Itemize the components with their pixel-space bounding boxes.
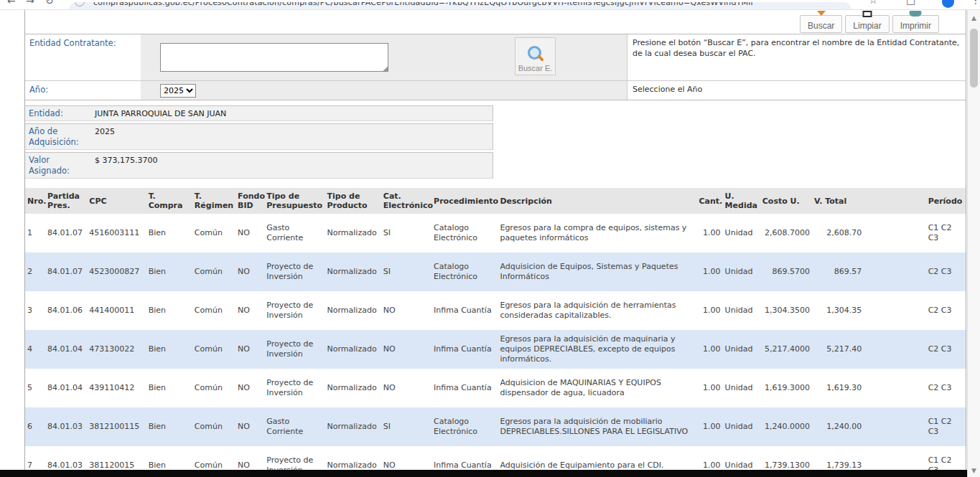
imprimir-button[interactable]: Imprimir (892, 15, 939, 33)
cell-cpc: 439110412 (87, 369, 146, 407)
entidad-info-value: JUNTA PARROQUIAL DE SAN JUAN (91, 106, 493, 121)
cell-u-medida: Unidad (723, 407, 760, 446)
scroll-thumb[interactable] (970, 29, 978, 88)
cell-cat-electronico: SI (381, 252, 431, 291)
table-row: 184.01.074516003111BienComúnNOGasto Corr… (25, 214, 966, 252)
search-icon (817, 11, 826, 16)
cell-nro: 3 (25, 291, 45, 330)
entity-info: Entidad: JUNTA PARROQUIAL DE SAN JUAN Añ… (25, 105, 493, 181)
cell-fondo-bid: NO (235, 407, 264, 446)
cell-u-medida: Unidad (723, 330, 760, 369)
scroll-down-icon[interactable]: ▼ (968, 467, 980, 474)
limpiar-button[interactable]: Limpiar (845, 15, 889, 33)
cell-spacer (864, 369, 925, 407)
cell-tipo-producto: Normalizado (325, 407, 381, 446)
cell-cpc: 381120015 (87, 446, 146, 470)
header-tipo-presupuesto: Tipo de Presupuesto (264, 188, 325, 214)
entity-row: Año de Adquisición: 2025 (25, 123, 493, 150)
limpiar-button-label: Limpiar (853, 21, 881, 31)
cell-cpc: 4523000827 (87, 252, 146, 291)
cell-descripcion: Adquisicion de MAQUINARIAS Y EQUIPOS dis… (498, 369, 696, 407)
cell-cant: 1.00 (696, 214, 722, 252)
cell-nro: 2 (25, 252, 45, 291)
cell-v-total: 869.57 (812, 252, 864, 291)
cell-periodo: C2 C3 (926, 291, 966, 330)
cell-periodo: C2 C3 (926, 252, 966, 291)
entidad-contratante-input[interactable] (160, 43, 388, 72)
cell-tipo-presupuesto: Proyecto de Inversión (264, 252, 325, 291)
cell-u-medida: Unidad (723, 252, 760, 291)
cell-fondo-bid: NO (235, 369, 264, 407)
eraser-icon (862, 11, 872, 17)
header-tipo-producto: Tipo de Producto (325, 188, 381, 214)
imprimir-button-label: Imprimir (900, 21, 931, 31)
cell-cpc: 473130022 (87, 330, 146, 369)
cell-costo-u: 1,240.0000 (760, 407, 812, 446)
profile-avatar[interactable] (942, 0, 954, 8)
cell-t-compra: Bien (146, 407, 192, 446)
header-spacer (864, 188, 925, 214)
cell-nro: 5 (25, 369, 45, 407)
buscar-e-label: Buscar E. (518, 64, 553, 72)
table-row: 384.01.06441400011BienComúnNOProyecto de… (25, 291, 966, 330)
cell-tipo-presupuesto: Proyecto de Inversión (264, 446, 325, 470)
buscar-button-label: Buscar (808, 21, 834, 31)
header-costo-u: Costo U. (760, 188, 812, 214)
cell-descripcion: Egresos para la adquisición de herramien… (498, 291, 696, 330)
cell-u-medida: Unidad (723, 369, 760, 407)
cell-cant: 1.00 (696, 407, 722, 446)
cell-partida: 84.01.06 (45, 291, 87, 330)
cell-procedimiento: Infima Cuantía (431, 446, 498, 470)
forward-icon[interactable]: → (26, 0, 34, 6)
site-info-icon[interactable] (75, 2, 85, 6)
pac-table: Nro. Partida Pres. CPC T. Compra T. Régi… (25, 188, 966, 470)
cell-t-compra: Bien (146, 214, 192, 252)
cell-cat-electronico: NO (381, 369, 431, 407)
url-bar[interactable]: compraspublicas.gob.ec/ProcesoContrataci… (69, 2, 851, 10)
entidad-help-text: Presione el botón “Buscar E”, para encon… (627, 34, 966, 80)
valor-asignado-label: Valor Asignado: (25, 153, 91, 178)
cell-tipo-producto: Normalizado (325, 330, 381, 369)
cell-t-regimen: Común (192, 369, 235, 407)
cell-descripcion: Egresos para la compra de equipos, siste… (498, 214, 696, 252)
cell-nro: 7 (25, 446, 45, 470)
cell-partida: 84.01.03 (45, 446, 87, 470)
cell-t-compra: Bien (146, 369, 192, 407)
cell-periodo: C1 C2 C3 (926, 446, 966, 470)
table-row: 484.01.04473130022BienComúnNOProyecto de… (25, 330, 966, 369)
cell-cant: 1.00 (696, 252, 722, 291)
printer-icon (910, 11, 922, 16)
cell-u-medida: Unidad (723, 291, 760, 330)
anio-select[interactable]: 2025 (160, 84, 196, 98)
header-v-total: V. Total (812, 188, 864, 214)
cell-tipo-producto: Normalizado (325, 214, 381, 252)
cell-descripcion: Adquisición de Equipamiento para el CDI. (498, 446, 696, 470)
bookmark-star-icon[interactable]: ☆ (869, 0, 878, 6)
entidad-info-label: Entidad: (25, 106, 91, 121)
cell-fondo-bid: NO (235, 330, 264, 369)
vertical-scrollbar[interactable]: ▲ ▼ (967, 10, 980, 477)
back-icon[interactable]: ← (7, 0, 16, 6)
buscar-entidad-button[interactable]: Buscar E. (515, 37, 556, 75)
cell-spacer (864, 252, 925, 291)
save-icon[interactable]: □ (906, 0, 915, 6)
reload-icon[interactable]: ↻ (45, 0, 54, 6)
cell-costo-u: 1,304.3500 (760, 291, 812, 330)
cell-nro: 1 (25, 214, 45, 252)
table-row: 684.01.033812100115BienComúnNOGasto Corr… (25, 407, 966, 446)
header-partida: Partida Pres. (45, 188, 87, 214)
entity-row: Valor Asignado: $ 373,175.3700 (25, 152, 493, 179)
header-cpc: CPC (87, 188, 146, 214)
scroll-up-icon[interactable]: ▲ (968, 14, 980, 22)
cell-v-total: 1,619.30 (812, 369, 864, 407)
entidad-contratante-label: Entidad Contratante: (25, 34, 141, 80)
buscar-button[interactable]: Buscar (800, 15, 842, 33)
cell-partida: 84.01.03 (45, 407, 87, 446)
cell-cpc: 4516003111 (87, 214, 146, 252)
cell-t-regimen: Común (192, 407, 235, 446)
cell-cat-electronico: SI (381, 407, 431, 446)
anio-help-text: Seleccione el Año (627, 81, 966, 100)
browser-menu-icon[interactable]: ⋮ (971, 0, 980, 6)
cell-tipo-producto: Normalizado (325, 291, 381, 330)
browser-chrome: ← → ↻ compraspublicas.gob.ec/ProcesoCont… (0, 0, 980, 10)
